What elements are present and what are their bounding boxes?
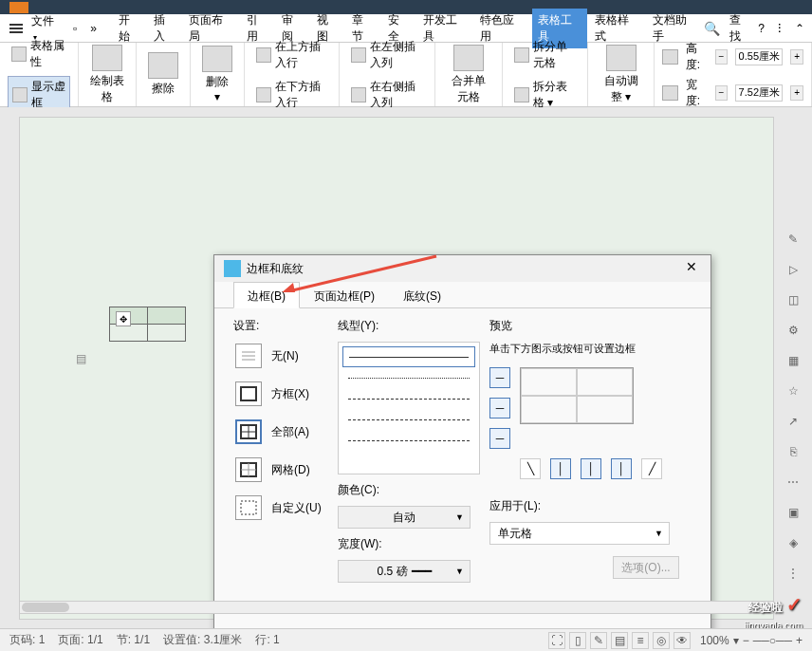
cube-icon[interactable]: ◈: [784, 534, 802, 551]
color-label: 颜色(C):: [338, 482, 480, 498]
setting-none[interactable]: 无(N): [233, 342, 328, 370]
selection-icon[interactable]: ◫: [784, 291, 802, 308]
height-icon: [662, 49, 678, 65]
border-hmiddle-btn[interactable]: ─: [489, 398, 510, 418]
more-tools-icon[interactable]: ⋯: [784, 474, 802, 491]
all-icon: [240, 424, 257, 439]
settings-column: 设置: 无(N) 方框(X) 全部(A) 网格(D): [233, 318, 328, 583]
apply-to-combo[interactable]: 单元格: [489, 522, 670, 545]
dialog-icon: [224, 260, 241, 277]
height-label: 高度:: [686, 41, 708, 73]
width-decrease[interactable]: −: [715, 85, 729, 101]
custom-icon: [240, 500, 257, 515]
zoom-in-btn[interactable]: +: [796, 634, 803, 647]
search-icon: 🔍: [704, 21, 720, 36]
view-web-icon[interactable]: ◎: [653, 632, 670, 649]
insert-col-left-btn[interactable]: 在左侧插入列: [347, 37, 426, 73]
dots-icon[interactable]: ⋮: [784, 565, 802, 582]
line-style-list[interactable]: [338, 342, 480, 474]
view-eye-icon[interactable]: 👁: [674, 632, 691, 649]
ribbon-toolbar: 表格属性 显示虚框 绘制表格 擦除 删除 ▾ 在上方插入行 在下方插入行 在左侧…: [0, 43, 812, 107]
width-combo[interactable]: 0.5 磅 ━━━: [338, 560, 471, 583]
border-vmiddle-btn[interactable]: │: [581, 458, 601, 479]
preview-sample[interactable]: [520, 367, 634, 424]
star-icon[interactable]: ☆: [784, 382, 802, 400]
line-dashed[interactable]: [342, 409, 475, 430]
collapse-icon[interactable]: ⌃: [795, 22, 804, 35]
pencil-icon[interactable]: ✎: [784, 231, 802, 248]
delete-btn[interactable]: 删除 ▾: [198, 44, 236, 105]
view-reading-icon[interactable]: ▯: [569, 632, 586, 649]
height-input[interactable]: [735, 48, 783, 65]
status-set-value: 设置值: 3.1厘米: [163, 632, 242, 648]
hamburger-icon[interactable]: [8, 20, 24, 37]
tab-border[interactable]: 边框(B): [233, 282, 300, 308]
border-diag-btn[interactable]: ╲: [520, 458, 541, 479]
color-combo[interactable]: 自动: [338, 506, 471, 529]
view-page-icon[interactable]: ▤: [611, 632, 628, 649]
dialog-title: 边框和底纹: [247, 261, 682, 277]
status-page-code[interactable]: 页码: 1: [9, 632, 45, 648]
options-button: 选项(O)...: [613, 556, 679, 579]
view-fullscreen-icon[interactable]: ⛶: [548, 632, 565, 649]
auto-adjust-btn[interactable]: 自动调整 ▾: [596, 43, 645, 107]
status-page[interactable]: 页面: 1/1: [58, 632, 102, 648]
setting-grid[interactable]: 网格(D): [233, 456, 328, 484]
side-toolbar: ✎ ▷ ◫ ⚙ ▦ ☆ ↗ ⎘ ⋯ ▣ ◈ ⋮: [782, 231, 804, 582]
draw-table-btn[interactable]: 绘制表格: [86, 43, 129, 107]
width-input[interactable]: [735, 84, 783, 102]
svg-rect-3: [242, 355, 255, 357]
table-properties-btn[interactable]: 表格属性: [8, 36, 70, 72]
svg-rect-2: [242, 351, 255, 353]
width-label: 宽度:: [686, 77, 708, 109]
clip-icon[interactable]: ⎘: [784, 443, 802, 460]
share-icon[interactable]: ↗: [784, 413, 802, 430]
height-decrease[interactable]: −: [715, 49, 729, 65]
merge-cells-btn[interactable]: 合并单元格: [443, 43, 494, 107]
width-increase[interactable]: +: [790, 85, 803, 101]
zoom-dropdown-icon[interactable]: ▾: [733, 634, 739, 647]
erase-btn[interactable]: 擦除: [144, 50, 182, 99]
dialog-titlebar[interactable]: 边框和底纹 ✕: [214, 255, 710, 282]
svg-rect-4: [242, 359, 255, 361]
dialog-close-btn[interactable]: ✕: [682, 259, 701, 278]
border-left-btn[interactable]: │: [550, 458, 571, 479]
setting-box[interactable]: 方框(X): [233, 380, 328, 408]
line-solid[interactable]: [342, 346, 475, 367]
preview-column: 预览 单击下方图示或按钮可设置边框 ─ ─ ─ ╲ │ │ │: [489, 318, 679, 583]
line-dash-dot2[interactable]: [342, 430, 475, 451]
border-diag2-btn[interactable]: ╱: [641, 458, 662, 479]
setting-custom[interactable]: 自定义(U): [233, 493, 328, 522]
zoom-out-btn[interactable]: −: [743, 634, 749, 647]
save-icon[interactable]: ▫: [66, 20, 83, 37]
settings-icon[interactable]: ⚙: [784, 322, 802, 339]
view-edit-icon[interactable]: ✎: [590, 632, 607, 649]
pointer-icon[interactable]: ▷: [784, 261, 802, 278]
tab-page-border[interactable]: 页面边框(P): [300, 282, 389, 307]
border-right-btn[interactable]: │: [611, 458, 632, 479]
tab-shading[interactable]: 底纹(S): [389, 282, 455, 307]
status-section[interactable]: 节: 1/1: [117, 632, 150, 648]
help-icon[interactable]: ?: [758, 22, 765, 35]
insert-row-above-btn[interactable]: 在上方插入行: [252, 37, 331, 73]
page-indicator-icon: ▤: [72, 350, 89, 367]
border-bottom-btn[interactable]: ─: [489, 428, 510, 449]
editor-area: ✥ ▤ ✎ ▷ ◫ ⚙ ▦ ☆ ↗ ⎘ ⋯ ▣ ◈ ⋮ 边框和底纹 ✕ 边框(B…: [0, 107, 812, 639]
setting-all[interactable]: 全部(A): [233, 418, 328, 446]
split-cells-btn[interactable]: 拆分单元格: [510, 37, 581, 73]
view-outline-icon[interactable]: ≡: [632, 632, 649, 649]
options-icon[interactable]: ︙: [774, 22, 785, 35]
more-icon[interactable]: »: [85, 20, 102, 37]
svg-rect-12: [241, 501, 256, 514]
zoom-level[interactable]: 100%: [700, 634, 729, 647]
line-dash-dot[interactable]: [342, 388, 475, 409]
table-move-handle[interactable]: ✥: [116, 311, 131, 326]
line-dotted[interactable]: [342, 367, 475, 388]
search-button[interactable]: 查找: [729, 12, 748, 45]
height-increase[interactable]: +: [790, 49, 803, 65]
status-row: 行: 1: [255, 632, 279, 648]
horizontal-scrollbar[interactable]: [19, 601, 774, 614]
border-top-btn[interactable]: ─: [489, 367, 510, 388]
layers-icon[interactable]: ▦: [784, 352, 802, 369]
image-icon[interactable]: ▣: [784, 504, 802, 521]
